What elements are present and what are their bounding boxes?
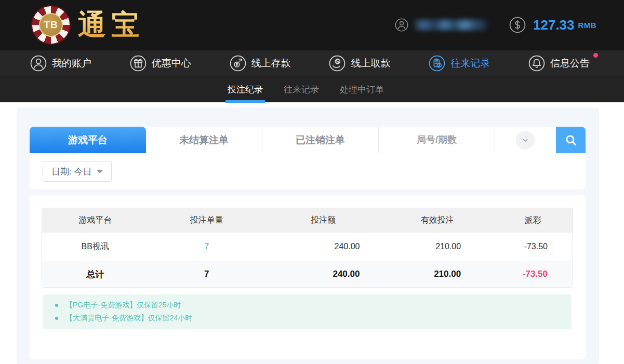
subnav-tab-pending-orders[interactable]: 处理中订单 (340, 76, 384, 103)
dollar-coin-icon (509, 17, 526, 33)
subnav-label: 往来记录 (284, 84, 319, 96)
date-filter-button[interactable]: 日期: 今日 (43, 161, 112, 182)
bell-icon (528, 55, 545, 72)
tab-unsettled-bets[interactable]: 未结算注单 (146, 127, 262, 153)
chevron-down-icon (521, 136, 530, 145)
nav-label: 我的账户 (52, 57, 91, 70)
total-payout: -73.50 (493, 261, 573, 287)
tab-label: 未结算注单 (179, 133, 229, 147)
nav-item-withdraw[interactable]: 线上取款 (329, 55, 390, 72)
records-icon (429, 55, 445, 72)
note-item: 【大满贯电子-免费游戏】仅保留24小时 (43, 312, 572, 325)
date-filter-label: 日期: 今日 (51, 166, 91, 178)
subnav-label: 处理中订单 (340, 84, 384, 96)
total-valid-bet: 210.00 (381, 261, 493, 287)
col-header-bet-count: 投注单量 (148, 208, 264, 233)
table-header-row: 游戏平台 投注单量 投注额 有效投注 派彩 (42, 208, 573, 233)
dropdown-circle (516, 131, 535, 150)
nav-item-announcements[interactable]: 信息公告 (528, 55, 590, 72)
table-total-row: 总计 7 240.00 210.00 -73.50 (42, 261, 573, 287)
tab-label: 已注销注单 (296, 133, 345, 147)
bet-count-link[interactable]: 7 (204, 242, 209, 251)
bullet-icon (55, 317, 58, 320)
balance-amount: 127.33 (533, 17, 575, 33)
user-icon (395, 18, 408, 32)
gift-icon (130, 55, 147, 72)
balance-area[interactable]: 127.33 RMB (509, 0, 596, 50)
nav-label: 往来记录 (450, 57, 490, 70)
sub-nav: 投注纪录 往来记录 处理中订单 (0, 76, 624, 102)
withdraw-icon (329, 55, 346, 72)
username-blurred (415, 20, 486, 30)
balance-currency: RMB (578, 21, 597, 30)
subnav-tab-transaction-records[interactable]: 往来记录 (284, 76, 319, 103)
filter-dropdown[interactable] (495, 127, 555, 153)
col-header-platform: 游戏平台 (42, 208, 148, 233)
nav-label: 线上存款 (251, 57, 291, 70)
nav-item-promotions[interactable]: 优惠中心 (130, 55, 191, 72)
brand-name: 通宝 (78, 6, 144, 44)
note-text: 【大满贯电子-免费游戏】仅保留24小时 (65, 314, 192, 323)
table-row: BB视讯 7 240.00 210.00 -73.50 (42, 233, 573, 261)
bet-summary-table: 游戏平台 投注单量 投注额 有效投注 派彩 BB视讯 7 240.00 210.… (42, 208, 573, 288)
col-header-bet-amount: 投注额 (265, 208, 382, 233)
col-header-valid-bet: 有效投注 (381, 208, 493, 233)
user-account-area[interactable] (395, 0, 486, 50)
tab-label: 游戏平台 (68, 133, 108, 147)
note-item: 【PG电子-免费游戏】仅保留25小时 (43, 299, 572, 312)
casino-chip-logo-icon: TB (31, 5, 71, 45)
caret-down-icon (97, 170, 103, 173)
filter-card: 游戏平台 未结算注单 已注销注单 日期: 今日 (30, 127, 586, 190)
nav-label: 信息公告 (550, 57, 590, 70)
tab-game-platform[interactable]: 游戏平台 (30, 127, 146, 153)
nav-label: 线上取款 (351, 57, 390, 70)
nav-item-transaction-records[interactable]: 往来记录 (429, 55, 490, 72)
search-button[interactable] (556, 127, 586, 153)
total-label: 总计 (42, 261, 148, 287)
nav-label: 优惠中心 (152, 57, 191, 70)
cell-valid-bet: 210.00 (381, 233, 493, 261)
nav-item-deposit[interactable]: 线上存款 (230, 55, 291, 72)
note-text: 【PG电子-免费游戏】仅保留25小时 (65, 301, 181, 310)
brand-logo[interactable]: TB 通宝 (31, 4, 144, 46)
search-icon (564, 133, 578, 147)
retention-notes: 【PG电子-免费游戏】仅保留25小时 【大满贯电子-免费游戏】仅保留24小时 (43, 294, 572, 329)
col-header-payout: 派彩 (493, 208, 573, 233)
user-icon (30, 55, 47, 72)
main-nav: 我的账户 优惠中心 线上存款 线上取款 (0, 50, 624, 76)
results-card: 游戏平台 投注单量 投注额 有效投注 派彩 BB视讯 7 240.00 210.… (30, 195, 586, 359)
notification-dot (593, 53, 598, 58)
logo-badge: TB (39, 13, 63, 37)
subnav-tab-bet-records[interactable]: 投注纪录 (228, 76, 263, 103)
subnav-label: 投注纪录 (228, 84, 263, 96)
tab-cancelled-bets[interactable]: 已注销注单 (262, 127, 379, 153)
deposit-icon (230, 55, 246, 72)
bullet-icon (55, 304, 58, 307)
cell-payout: -73.50 (493, 233, 573, 261)
nav-item-my-account[interactable]: 我的账户 (30, 55, 91, 72)
round-number-input[interactable] (379, 127, 495, 153)
top-header: TB 通宝 127.33 RMB (0, 0, 624, 50)
cell-platform: BB视讯 (42, 233, 148, 261)
total-bet-amount: 240.00 (265, 261, 382, 287)
cell-bet-amount: 240.00 (265, 233, 382, 261)
filter-tab-row: 游戏平台 未结算注单 已注销注单 (30, 127, 586, 153)
total-bet-count: 7 (148, 261, 264, 287)
